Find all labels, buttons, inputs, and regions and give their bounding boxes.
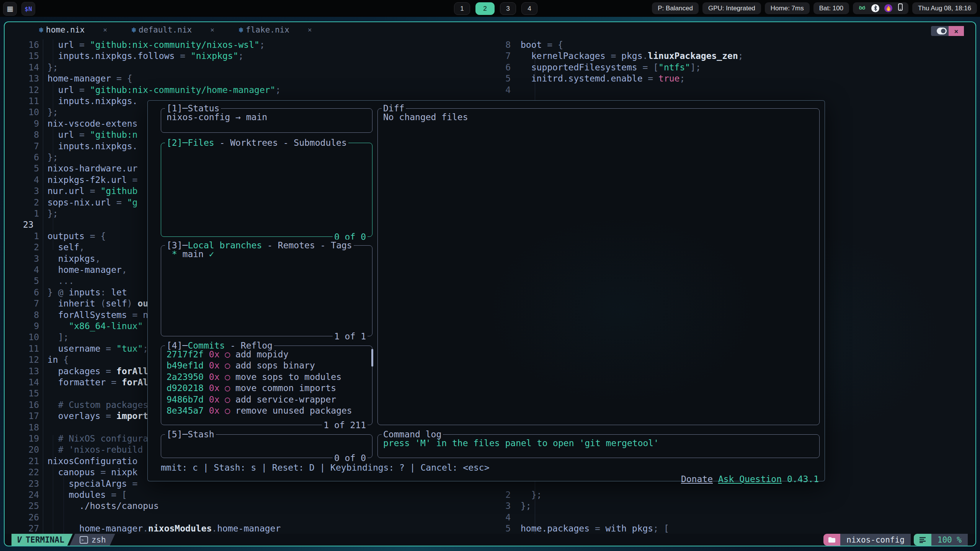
toggle-knob-icon — [937, 28, 947, 34]
line-number: 13 — [5, 73, 39, 84]
text-seg: = — [79, 130, 90, 140]
tab-close-icon[interactable]: × — [210, 26, 214, 34]
lazygit-stash-panel[interactable]: [5]─Stash 0 of 0 — [161, 434, 372, 458]
flame-icon[interactable] — [884, 4, 892, 12]
text-seg: }; — [47, 152, 58, 162]
line-number: 17 — [5, 411, 39, 422]
commit-row[interactable]: 9486b7d 0x ○ add service-wrapper — [167, 394, 368, 405]
donate-link[interactable]: Donate — [681, 474, 713, 484]
code-line: 12 url = "github:nix-community/home-mana… — [5, 85, 497, 96]
line-number: 23 — [5, 219, 57, 230]
text-seg: formatter — [47, 377, 111, 387]
tab-flake-nix[interactable]: ❄ flake.nix × — [239, 25, 312, 34]
text-seg: inputs.nixpkgs.follows — [47, 51, 180, 61]
line-number: 4 — [497, 512, 511, 523]
text-seg: , — [95, 254, 101, 264]
line-number: 4 — [497, 85, 511, 96]
line-number: 8 — [5, 129, 39, 140]
battery-pill: Bat: 100 — [813, 2, 849, 14]
code-line: 6 supportedFilesystems = ["ntfs"]; — [497, 62, 975, 73]
code-text: inputs.nixpkgs.follows = "nixpkgs"; — [47, 51, 497, 62]
text-seg: nixpkgs — [47, 254, 95, 264]
text-seg: "nixpkgs" — [191, 51, 238, 61]
commit-row[interactable]: b49ef1d 0x ○ add sops binary — [167, 360, 368, 371]
text-seg: remove unused packages — [235, 406, 352, 416]
branch-row[interactable]: * main ✓ — [167, 249, 368, 260]
workspace-button-1[interactable]: 1 — [454, 2, 470, 15]
lazygit-branches-panel[interactable]: [3]─Local branches - Remotes - Tags 1 of… — [161, 245, 372, 336]
commit-row[interactable]: 2a23950 0x ○ move sops to modules — [167, 372, 368, 383]
nix-snowflake-icon: ❄ — [39, 25, 44, 34]
text-seg: # Custom packages — [47, 400, 148, 410]
line-number: 6 — [497, 62, 511, 73]
text-seg: kernelPackages — [521, 51, 611, 61]
text-seg: 0x — [209, 406, 225, 416]
line-number: 15 — [5, 388, 39, 399]
text-seg: "g — [127, 197, 138, 207]
version-label: 0.43.1 — [787, 474, 819, 484]
lazygit-command-log-panel[interactable]: Command log press 'M' in the files panel… — [377, 434, 820, 458]
workspace-button-3[interactable]: 3 — [500, 2, 516, 15]
code-line: 7 kernelPackages = pkgs.linuxPackages_ze… — [497, 51, 975, 62]
tab-close-icon[interactable]: × — [103, 26, 107, 34]
repo-name-segment: nixos-config — [840, 534, 911, 546]
workspace-button-4[interactable]: 4 — [521, 2, 537, 15]
text-seg: b49ef1d — [167, 360, 209, 370]
nix-snowflake-icon: ❄ — [132, 25, 136, 34]
scrollbar-thumb[interactable] — [371, 349, 373, 367]
code-text: }; — [47, 62, 497, 73]
text-seg: add sops binary — [235, 360, 315, 370]
code-line: 4 — [497, 85, 975, 96]
apps-grid-button[interactable]: ▦ — [3, 2, 17, 16]
lazygit-commits-panel[interactable]: [4]─Commits - Reflog 1 of 211 2717f2f 0x… — [161, 346, 372, 425]
code-line: 27 home-manager.nixosModules.home-manage… — [5, 523, 497, 534]
text-seg: 0x — [209, 372, 225, 382]
line-number: 2 — [497, 489, 511, 500]
workspace-button-2[interactable]: 2 — [475, 2, 495, 15]
text-seg: overlays — [47, 411, 106, 421]
lazygit-diff-panel[interactable]: Diff No changed files — [377, 108, 820, 425]
mode-label: TERMINAL — [26, 535, 64, 544]
code-line: 3}; — [497, 500, 975, 512]
text-seg: . — [143, 523, 148, 533]
code-text: boot = { — [521, 39, 975, 51]
line-number: 5 — [497, 523, 511, 534]
bluetooth-icon[interactable] — [871, 4, 879, 12]
folder-segment — [823, 534, 840, 546]
close-icon: × — [954, 27, 959, 35]
text-seg: ... — [47, 276, 74, 286]
tab-default-nix[interactable]: ❄ default.nix × — [132, 25, 214, 34]
tab-home-nix[interactable]: ❄ home.nix × — [39, 25, 107, 34]
code-text: initrd.systemd.enable = true; — [521, 73, 975, 84]
line-number: 5 — [497, 73, 511, 84]
text-seg: # 'nixos-rebuild — [47, 445, 143, 455]
code-line: 2 }; — [497, 489, 975, 500]
commit-row[interactable]: 8e345a7 0x ○ remove unused packages — [167, 405, 368, 416]
panel-title: [5]─Stash — [165, 429, 216, 440]
tab-close-icon[interactable]: × — [308, 26, 312, 34]
text-seg: inputs.nixpkgs. — [47, 141, 137, 151]
workspace-switcher: 1234 — [454, 2, 537, 15]
repo-label: nixos-config — [846, 535, 905, 544]
line-number: 10 — [5, 332, 39, 343]
text-seg: ✓ — [209, 249, 214, 259]
ask-question-link[interactable]: Ask Question — [718, 474, 782, 484]
window-close-button[interactable]: × — [949, 26, 964, 36]
window-toggle-control[interactable] — [931, 26, 949, 36]
text-seg: home-manager — [217, 523, 281, 533]
commit-row[interactable]: d920218 0x ○ move common imports — [167, 383, 368, 394]
nix-shell-button[interactable]: $N — [21, 2, 35, 16]
text-seg: ; [ — [653, 523, 669, 533]
text-seg: = — [106, 366, 116, 376]
text-seg: 0x — [209, 395, 225, 404]
code-line: 24 modules = [ — [5, 489, 497, 500]
lazygit-status-panel[interactable]: [1]─Status nixos-config → main — [161, 108, 372, 133]
line-number: 20 — [5, 444, 39, 455]
phone-icon[interactable] — [897, 3, 903, 13]
text-seg: = — [79, 40, 90, 50]
lazygit-files-panel[interactable]: [2]─Files - Worktrees - Submodules 0 of … — [161, 143, 372, 237]
code-text: kernelPackages = pkgs.linuxPackages_zen; — [521, 51, 975, 62]
folder-icon — [828, 537, 836, 543]
wireguard-icon[interactable] — [858, 3, 866, 13]
commit-row[interactable]: 2717f2f 0x ○ add mopidy — [167, 349, 368, 360]
